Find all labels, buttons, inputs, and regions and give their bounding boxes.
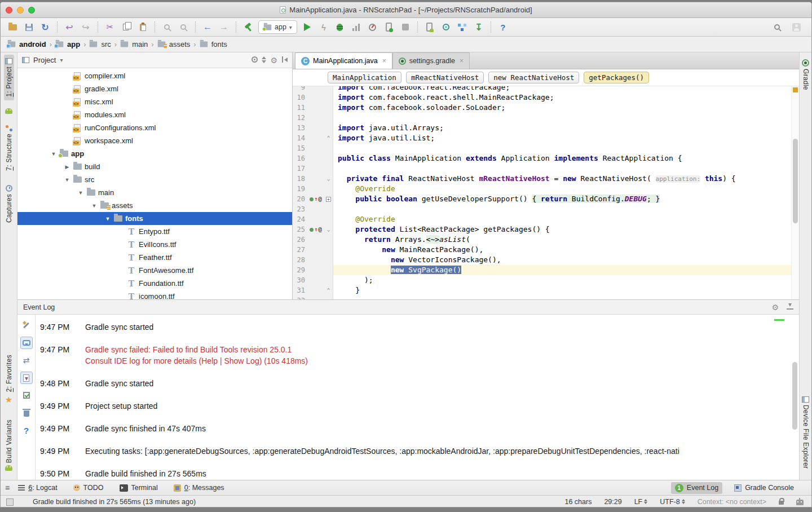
cut-icon[interactable]: ✂ xyxy=(104,21,116,33)
tree-item-FontAwesome.ttf[interactable]: TFontAwesome.ttf xyxy=(17,264,292,277)
soft-wrap-icon[interactable]: ⇄ xyxy=(20,354,33,367)
code-area[interactable]: 9import com.facebook.react.ReactPackage;… xyxy=(293,86,799,299)
code-line[interactable]: 20↑@+ public boolean getUseDeveloperSupp… xyxy=(293,194,791,204)
tree-item-Entypo.ttf[interactable]: TEntypo.ttf xyxy=(17,225,292,238)
project-panel-title[interactable]: Project xyxy=(33,56,56,64)
paste-icon[interactable] xyxy=(136,21,149,33)
code-line[interactable]: 23 xyxy=(293,204,791,214)
code-line[interactable]: 18⌄ private final ReactNativeHost mReact… xyxy=(293,174,791,184)
editor-scrollbar-thumb[interactable] xyxy=(793,139,798,223)
line-separator-selector[interactable]: LF xyxy=(634,497,648,506)
breadcrumb-item-app[interactable]: app xyxy=(55,40,80,48)
tool-window-button-event-log[interactable]: 1Event Log xyxy=(671,482,722,494)
code-line[interactable]: 14⌃import java.util.List; xyxy=(293,133,791,143)
undo-icon[interactable]: ↩ xyxy=(63,21,76,33)
breadcrumb-item-src[interactable]: src xyxy=(89,40,111,48)
export-to-file-icon[interactable] xyxy=(20,372,33,384)
tree-item-build[interactable]: ▶build xyxy=(17,160,292,173)
tree-expanded-icon[interactable]: ▼ xyxy=(103,216,112,222)
locate-icon[interactable] xyxy=(251,56,258,64)
tree-item-modules.xml[interactable]: <>modules.xml xyxy=(17,108,292,121)
mark-all-read-icon[interactable] xyxy=(20,389,33,401)
profiler-icon[interactable] xyxy=(350,21,363,33)
chevron-down-icon[interactable]: ▾ xyxy=(60,57,63,63)
stripe-button-build-variants[interactable]: Build Variants xyxy=(4,416,14,474)
tree-item-fonts[interactable]: ▼fonts xyxy=(17,212,292,225)
close-tab-icon[interactable]: × xyxy=(460,57,464,65)
avd-manager-icon[interactable] xyxy=(423,21,436,33)
debug-icon[interactable] xyxy=(334,21,346,33)
tree-item-icomoon.ttf[interactable]: Ticomoon.ttf xyxy=(17,290,292,299)
breadcrumb-item-android[interactable]: android xyxy=(7,40,46,48)
close-tab-icon[interactable]: × xyxy=(382,57,386,65)
tree-collapsed-icon[interactable]: ▶ xyxy=(63,164,72,170)
breadcrumb-item-assets[interactable]: assets xyxy=(157,40,191,48)
structure-chip-getPackages--[interactable]: getPackages() xyxy=(584,72,649,83)
tree-item-app[interactable]: ▼app xyxy=(17,147,292,160)
code-line[interactable]: 31⌃ } xyxy=(293,285,791,295)
tree-item-src[interactable]: ▼src xyxy=(17,173,292,186)
stripe-button---favorites[interactable]: 2: Favorites★ xyxy=(4,351,14,408)
sdk-manager-icon[interactable]: ↧ xyxy=(473,21,485,33)
code-line[interactable]: 32 xyxy=(293,295,791,299)
code-line[interactable]: 26 return Arrays.<~>asList( xyxy=(293,235,791,245)
tree-item-runConfigurations.xml[interactable]: <>runConfigurations.xml xyxy=(17,121,292,134)
tree-item-Feather.ttf[interactable]: TFeather.ttf xyxy=(17,251,292,264)
event-log-settings-icon[interactable]: ⚙ xyxy=(771,303,779,312)
build-hammer-icon[interactable] xyxy=(242,21,254,33)
error-stripe-summary[interactable] xyxy=(793,87,798,92)
navigate-forward-icon[interactable]: → xyxy=(218,21,230,33)
tool-window-button-gradle-console[interactable]: Gradle Console xyxy=(730,482,798,493)
structure-chip-new-ReactNativeHost[interactable]: new ReactNativeHost xyxy=(488,72,579,83)
tree-expanded-icon[interactable]: ▼ xyxy=(90,203,99,209)
find-in-path-icon[interactable] xyxy=(177,21,189,33)
stripe-button-gradle[interactable]: Gradle xyxy=(801,56,811,94)
context-indicator[interactable]: Context: <no context> xyxy=(698,498,766,506)
caret-position[interactable]: 29:29 xyxy=(604,498,621,506)
hide-panel-icon[interactable] xyxy=(281,56,288,64)
code-line[interactable]: 30 ); xyxy=(293,275,791,285)
run-config-selector[interactable]: app ▾ xyxy=(258,20,297,34)
code-line[interactable]: 27 new MainReactPackage(), xyxy=(293,245,791,255)
save-all-icon[interactable] xyxy=(23,21,35,33)
fold-marker-icon[interactable]: ⌄ xyxy=(324,224,333,235)
code-line[interactable]: 9import com.facebook.react.ReactPackage; xyxy=(293,86,791,92)
override-gutter-icon[interactable]: ↑@ xyxy=(307,224,324,235)
editor-tab-MainApplication.java[interactable]: CMainApplication.java× xyxy=(295,52,392,69)
tool-window-switcher-icon[interactable]: ≡ xyxy=(5,483,10,492)
fold-marker-icon[interactable]: ⌃ xyxy=(324,133,333,143)
encoding-selector[interactable]: UTF-8 xyxy=(660,497,685,506)
code-line[interactable]: 15 xyxy=(293,143,791,153)
tool-window-button-todo[interactable]: TODO xyxy=(69,482,108,493)
inspector-icon[interactable] xyxy=(796,497,804,507)
coverage-icon[interactable] xyxy=(367,21,379,33)
toggle-stripes-icon[interactable] xyxy=(6,498,14,506)
clear-all-icon[interactable] xyxy=(20,407,33,419)
tree-item-compiler.xml[interactable]: <>compiler.xml xyxy=(17,69,292,82)
stripe-button-captures[interactable]: Captures xyxy=(4,182,14,226)
instant-run-icon[interactable]: ϟ xyxy=(317,21,330,33)
tool-window-button-terminal[interactable]: Terminal xyxy=(116,482,162,493)
user-icon[interactable] xyxy=(790,21,802,33)
help-icon[interactable]: ? xyxy=(497,21,509,33)
tree-expanded-icon[interactable]: ▼ xyxy=(63,177,72,183)
dock-panel-icon[interactable] xyxy=(787,303,793,311)
scroll-from-source-icon[interactable] xyxy=(262,54,266,66)
attach-debugger-icon[interactable] xyxy=(383,21,395,33)
project-structure-icon[interactable] xyxy=(456,21,469,33)
fold-marker-icon[interactable]: ⌃ xyxy=(324,285,333,295)
breadcrumb-item-main[interactable]: main xyxy=(120,40,148,48)
code-line[interactable]: 25↑@⌄ protected List<ReactPackage> getPa… xyxy=(293,224,791,235)
tool-window-button---logcat[interactable]: 6: Logcat xyxy=(14,482,61,493)
code-line[interactable]: 16public class MainApplication extends A… xyxy=(293,153,791,164)
open-file-icon[interactable] xyxy=(6,21,19,33)
fold-marker-icon[interactable]: ⌄ xyxy=(324,174,333,184)
override-gutter-icon[interactable]: ↑@ xyxy=(307,194,324,204)
tree-expanded-icon[interactable]: ▼ xyxy=(76,190,85,196)
navigate-back-icon[interactable]: ← xyxy=(201,21,214,33)
tool-window-button---messages[interactable]: 0: Messages xyxy=(170,482,228,493)
lock-icon[interactable] xyxy=(779,498,784,506)
run-icon[interactable] xyxy=(301,21,314,33)
code-line[interactable]: 19 @Override xyxy=(293,184,791,194)
synchronize-icon[interactable]: ↻ xyxy=(39,21,51,33)
